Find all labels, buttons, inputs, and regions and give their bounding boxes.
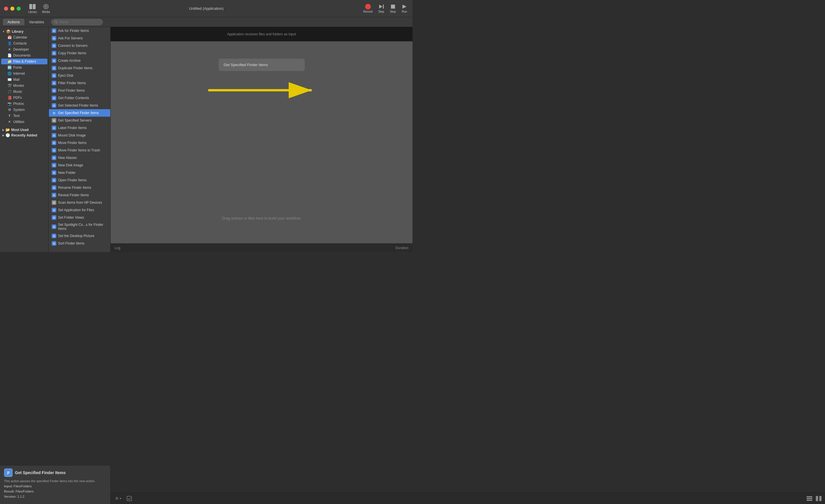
action-icon-set-application: ▤ — [52, 208, 56, 212]
action-icon-get-specified: ▤ — [52, 111, 56, 115]
action-ask-finder-items[interactable]: ▤ Ask for Finder Items — [49, 27, 110, 34]
action-get-specified-servers[interactable]: ▤ Get Specified Servers — [49, 117, 110, 124]
search-box[interactable] — [51, 19, 103, 25]
svg-rect-0 — [29, 4, 32, 9]
action-icon-set-folder-views: ▤ — [52, 215, 56, 220]
files-folders-icon: 📁 — [7, 60, 11, 64]
action-icon-new-folder: ▤ — [52, 170, 56, 175]
step-icon — [378, 4, 384, 9]
action-copy-finder[interactable]: ▤ Copy Finder Items — [49, 50, 110, 57]
action-move-finder[interactable]: ▤ Move Finder Items — [49, 139, 110, 147]
main-layout: ▼ 📦 Library 📅 Calendar 👤 Contacts ✕ Deve… — [0, 27, 412, 252]
action-rename-finder[interactable]: ▤ Rename Finder Items — [49, 184, 110, 191]
library-toolbar-btn[interactable]: Library — [26, 2, 39, 15]
action-eject-disk[interactable]: ▤ Eject Disk — [49, 72, 110, 79]
action-new-aliases[interactable]: ▤ New Aliases — [49, 154, 110, 161]
action-mount-disk[interactable]: ▤ Mount Disk Image — [49, 132, 110, 139]
tab-bar: Actions Variables — [0, 17, 412, 27]
arrow-svg — [205, 76, 326, 104]
action-icon-get-specified-servers: ▤ — [52, 118, 56, 123]
sidebar-item-fonts[interactable]: 🔤 Fonts — [1, 65, 48, 70]
mail-icon: ✉️ — [7, 78, 11, 82]
step-button[interactable]: Step — [376, 3, 387, 14]
action-icon-set-spotlight: ▤ — [52, 224, 56, 229]
close-button[interactable] — [4, 7, 8, 11]
action-icon-label-finder: ▤ — [52, 126, 56, 130]
drag-hint: Drag actions or files here to build your… — [222, 216, 301, 220]
sidebar-item-photos[interactable]: 📷 Photos — [1, 101, 48, 106]
action-connect-servers[interactable]: ▤ Connect to Servers — [49, 42, 110, 50]
action-new-folder[interactable]: ▤ New Folder — [49, 169, 110, 176]
action-move-finder-trash[interactable]: ▤ Move Finder Items to Trash — [49, 147, 110, 154]
sidebar-item-calendar[interactable]: 📅 Calendar — [1, 34, 48, 40]
action-ask-servers[interactable]: ▤ Ask For Servers — [49, 34, 110, 42]
library-icon — [29, 3, 36, 10]
action-label-finder[interactable]: ▤ Label Finder Items — [49, 124, 110, 132]
sidebar-item-contacts[interactable]: 👤 Contacts — [1, 41, 48, 46]
svg-rect-7 — [391, 5, 395, 9]
media-toolbar-btn[interactable]: Media — [41, 2, 52, 15]
action-set-desktop[interactable]: ▤ Set the Desktop Picture — [49, 232, 110, 240]
contacts-icon: 👤 — [7, 42, 11, 46]
action-get-folder[interactable]: ▤ Get Folder Contents — [49, 94, 110, 102]
music-icon: 🎵 — [7, 90, 11, 94]
action-set-folder-views[interactable]: ▤ Set Folder Views — [49, 214, 110, 221]
action-scan-hp[interactable]: ▤ Scan Items from HP Devices — [49, 199, 110, 206]
workflow-card: Get Specified Finder Items — [219, 59, 305, 71]
action-reveal-finder[interactable]: ▤ Reveal Finder Items — [49, 191, 110, 199]
action-set-application[interactable]: ▤ Set Application for Files — [49, 206, 110, 214]
action-icon-set-desktop: ▤ — [52, 234, 56, 238]
movies-icon: 🎬 — [7, 84, 11, 88]
sidebar-item-music[interactable]: 🎵 Music — [1, 89, 48, 94]
search-input[interactable] — [59, 20, 99, 24]
svg-rect-6 — [383, 5, 384, 9]
action-new-disk-image[interactable]: ▤ New Disk Image — [49, 161, 110, 169]
canvas-top-bar: Application receives files and folders a… — [110, 27, 412, 42]
photos-icon: 📷 — [7, 102, 11, 106]
sidebar-item-documents[interactable]: 📄 Documents — [1, 53, 48, 58]
recently-added-header[interactable]: ▶ 🕐 Recently Added — [0, 133, 49, 138]
svg-marker-8 — [402, 5, 406, 9]
action-set-spotlight[interactable]: ▤ Set Spotlight Co...s for Finder Items — [49, 221, 110, 232]
sidebar-item-files-folders[interactable]: 📁 Files & Folders — [1, 59, 48, 64]
tab-actions[interactable]: Actions — [3, 19, 24, 25]
action-find-finder[interactable]: ▤ Find Finder Items — [49, 87, 110, 94]
tab-variables[interactable]: Variables — [24, 19, 49, 25]
internet-icon: 🌐 — [7, 72, 11, 76]
action-icon-move-finder: ▤ — [52, 141, 56, 145]
record-button[interactable]: Record — [361, 3, 375, 14]
action-get-selected[interactable]: ▤ Get Selected Finder Items — [49, 102, 110, 109]
action-icon-mount-disk: ▤ — [52, 133, 56, 138]
sidebar-item-text[interactable]: T Text — [1, 113, 48, 119]
sidebar-item-developer[interactable]: ✕ Developer — [1, 47, 48, 52]
action-open-finder[interactable]: ▤ Open Finder Items — [49, 176, 110, 184]
library-section-header[interactable]: ▼ 📦 Library — [0, 29, 49, 34]
sidebar-item-internet[interactable]: 🌐 Internet — [1, 71, 48, 76]
text-icon: T — [7, 114, 11, 118]
fullscreen-button[interactable] — [17, 7, 21, 11]
window-title: Untitled (Application) — [189, 6, 223, 11]
action-duplicate-finder[interactable]: ▤ Duplicate Finder Items — [49, 64, 110, 72]
run-button[interactable]: Run — [399, 3, 409, 14]
sidebar-item-utilities[interactable]: ✕ Utilities — [1, 119, 48, 125]
action-filter-finder[interactable]: ▤ Filter Finder Items — [49, 79, 110, 87]
canvas-area: Application receives files and folders a… — [110, 27, 412, 252]
action-get-specified[interactable]: ▤ Get Specified Finder Items — [49, 109, 110, 117]
sidebar-item-system[interactable]: ⚙ System — [1, 107, 48, 113]
sidebar: ▼ 📦 Library 📅 Calendar 👤 Contacts ✕ Deve… — [0, 27, 49, 252]
sidebar-item-mail[interactable]: ✉️ Mail — [1, 77, 48, 82]
sidebar-item-pdfs[interactable]: 📕 PDFs — [1, 95, 48, 100]
action-create-archive[interactable]: ▤ Create Archive — [49, 57, 110, 64]
action-icon-new-disk-image: ▤ — [52, 163, 56, 167]
most-used-header[interactable]: ▶ 📂 Most Used — [0, 127, 49, 133]
action-icon-create-archive: ▤ — [52, 58, 56, 63]
traffic-lights — [0, 7, 21, 11]
minimize-button[interactable] — [10, 7, 14, 11]
calendar-icon: 📅 — [7, 35, 11, 40]
canvas-main[interactable]: Get Specified Finder Items Drag actions … — [110, 42, 412, 243]
sidebar-item-movies[interactable]: 🎬 Movies — [1, 83, 48, 88]
action-sort-finder[interactable]: ▤ Sort Finder Items — [49, 240, 110, 247]
pdfs-icon: 📕 — [7, 96, 11, 100]
stop-button[interactable]: Stop — [387, 3, 398, 14]
most-used-chevron: ▶ — [2, 129, 4, 131]
